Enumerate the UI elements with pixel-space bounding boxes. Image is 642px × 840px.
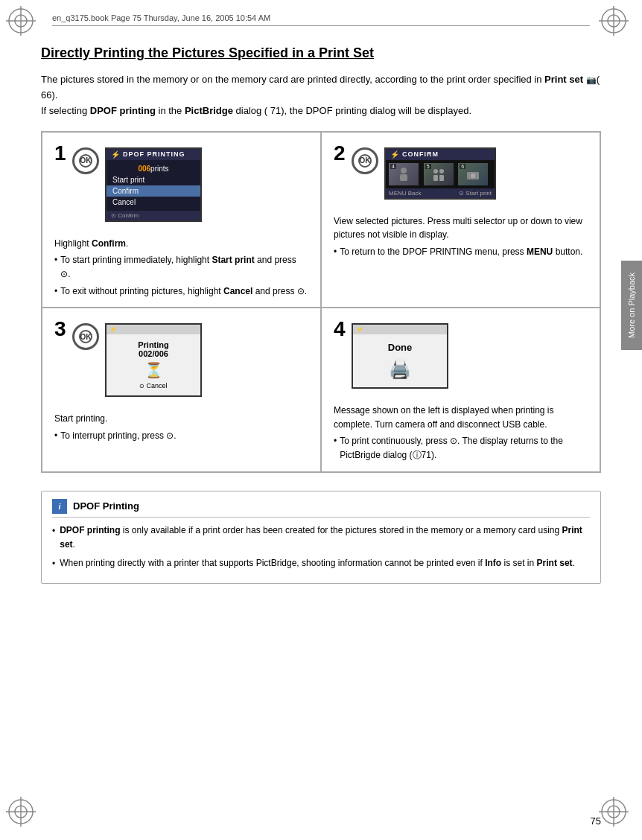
step-4-cell: 4 ⚡ Done 🖨️ Message shown on the [321, 308, 600, 471]
corner-mark-tl [6, 6, 43, 43]
done-screen: ⚡ Done 🖨️ [352, 323, 448, 389]
step-4-number: 4 [334, 319, 346, 340]
note-header: i DPOF Printing [52, 499, 590, 518]
camera-ok-button-step3: OK [72, 323, 99, 350]
dpof-printing-screen: ⚡ DPOF PRINTING 006prints Start print Co… [105, 147, 202, 222]
svg-point-23 [471, 174, 475, 178]
step-2-cell: 2 OK ⚡ CONFIRM 4 [321, 132, 600, 308]
confirm-screen: ⚡ CONFIRM 4 5 [384, 147, 496, 200]
step-2-desc: View selected pictures. Press multi sele… [328, 211, 594, 301]
step-2-number: 2 [334, 143, 346, 164]
steps-grid: 1 OK ⚡ DPOF PRINTING [41, 131, 601, 473]
step-3-number: 3 [54, 319, 66, 340]
camera-ok-button-step1: OK [72, 147, 99, 174]
svg-point-18 [433, 169, 438, 174]
printing-screen: ⚡ Printing002/006 ⏳ ⊙Cancel [105, 323, 202, 397]
main-content: Directly Printing the Pictures Specified… [41, 45, 601, 810]
intro-paragraph: The pictures stored in the memory or on … [41, 72, 601, 118]
note-icon: i [52, 499, 67, 514]
page-heading: Directly Printing the Pictures Specified… [41, 45, 601, 62]
step-1-desc: Highlight Confirm. •To start printing im… [48, 234, 314, 301]
page-number: 75 [591, 815, 601, 827]
step-1-cell: 1 OK ⚡ DPOF PRINTING [42, 132, 321, 308]
step-3-desc: Start printing. •To interrupt printing, … [48, 409, 314, 465]
corner-mark-tr [599, 6, 636, 43]
note-item-2: • When printing directly with a printer … [52, 556, 590, 571]
svg-point-16 [401, 168, 407, 174]
note-title: DPOF Printing [73, 500, 139, 512]
sidebar-tab: More on Playback [621, 261, 642, 350]
step-3-cell: 3 OK ⚡ Printing002/006 ⏳ [42, 308, 321, 471]
camera-ok-button-step2: OK [352, 147, 378, 174]
svg-rect-17 [400, 174, 407, 181]
svg-rect-20 [433, 175, 438, 181]
step-4-desc: Message shown on the left is displayed w… [328, 401, 594, 465]
note-item-1: • DPOF printing is only available if a p… [52, 524, 590, 552]
step-1-number: 1 [54, 143, 66, 164]
svg-rect-21 [439, 175, 444, 181]
note-body: • DPOF printing is only available if a p… [52, 524, 590, 572]
note-box: i DPOF Printing • DPOF printing is only … [41, 491, 601, 585]
svg-point-19 [439, 169, 444, 174]
top-meta: en_q3175.book Page 75 Thursday, June 16,… [52, 13, 590, 26]
corner-mark-bl [6, 797, 43, 834]
corner-mark-br [599, 797, 636, 834]
